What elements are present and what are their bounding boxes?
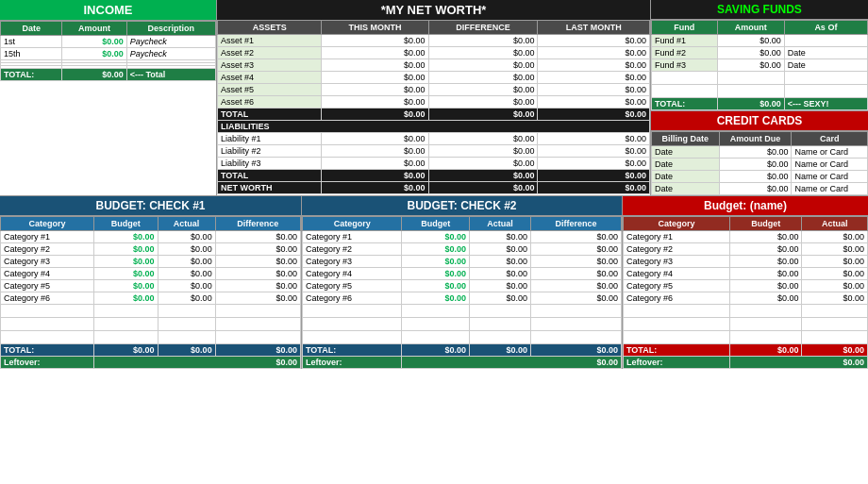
budget-actual: $0.00 (158, 292, 215, 305)
credit-date: Date (652, 183, 720, 195)
budget-total-actual: $0.00 (158, 344, 215, 357)
asset-name: Asset #2 (218, 47, 322, 59)
budget-cat: Category #5 (1, 280, 94, 292)
b1-col-diff: Difference (215, 217, 300, 231)
liabilities-header-cell: LIABILITIES (218, 121, 650, 133)
asset-row: Asset #5 $0.00 $0.00 $0.00 (218, 84, 650, 96)
budget-total-row: TOTAL: $0.00 $0.00 $0.00 (1, 344, 301, 357)
bn-cat: Category #2 (624, 243, 730, 256)
credit-amount: $0.00 (719, 171, 792, 183)
asset-last: $0.00 (538, 96, 650, 108)
bn-leftover-label: Leftover: (624, 357, 730, 369)
budget-cat: Category #6 (303, 292, 402, 305)
budget-cat: Category #1 (1, 231, 94, 243)
asset-last: $0.00 (538, 47, 650, 59)
budget-diff: $0.00 (530, 280, 621, 292)
budget-budget: $0.00 (94, 292, 158, 305)
budgetname-table: Category Budget Actual Category #1 $0.00… (623, 216, 868, 369)
budget-diff: $0.00 (530, 231, 621, 243)
budget-cat: Category #1 (303, 231, 402, 243)
budgetname-title: Budget: (name) (623, 196, 868, 216)
liability-this: $0.00 (322, 145, 428, 158)
income-table: Date Amount Description 1st $0.00 Payche… (0, 21, 216, 81)
credit-col-date: Billing Date (652, 132, 720, 146)
budget-row: Category #6 $0.00 $0.00 $0.00 (303, 292, 622, 305)
asset-this: $0.00 (322, 35, 428, 47)
asset-diff: $0.00 (428, 35, 538, 47)
budget-cat: Category #5 (303, 280, 402, 292)
budget-row: Category #1 $0.00 $0.00 $0.00 (303, 231, 622, 243)
budget-leftover-row: Leftover: $0.00 (1, 357, 301, 369)
bn-leftover-row: Leftover: $0.00 (624, 357, 868, 369)
budgetname-row: Category #1 $0.00 $0.00 (624, 231, 868, 243)
budget-total-label: TOTAL: (303, 344, 402, 357)
b2-col-diff: Difference (530, 217, 621, 231)
asset-row: Asset #6 $0.00 $0.00 $0.00 (218, 96, 650, 108)
budget-actual: $0.00 (158, 243, 215, 256)
bn-total-actual: $0.00 (802, 344, 868, 357)
budget-budget: $0.00 (402, 243, 470, 256)
budget-diff: $0.00 (530, 292, 621, 305)
asset-diff: $0.00 (428, 72, 538, 84)
bn-budget: $0.00 (729, 256, 802, 268)
nw-col-assets: ASSETS (218, 21, 322, 35)
asset-last: $0.00 (538, 35, 650, 47)
income-date: 15th (1, 48, 62, 60)
credit-card: Name or Card (792, 183, 868, 195)
asset-total-diff: $0.00 (428, 108, 538, 121)
saving-total-row: TOTAL: $0.00 <--- SEXY! (652, 98, 868, 110)
networth-title: *MY NET WORTH* (217, 0, 650, 20)
credit-row: Date $0.00 Name or Card (652, 146, 868, 159)
saving-col-asof: As Of (784, 21, 867, 35)
budget-row: Category #3 $0.00 $0.00 $0.00 (1, 256, 301, 268)
credit-row: Date $0.00 Name or Card (652, 159, 868, 171)
saving-total-amount: $0.00 (717, 98, 784, 110)
budget-total-actual: $0.00 (469, 344, 530, 357)
saving-fund: Fund #3 (652, 59, 718, 72)
income-title: INCOME (0, 0, 216, 21)
liability-this: $0.00 (322, 158, 428, 170)
budget-budget: $0.00 (94, 256, 158, 268)
asset-diff: $0.00 (428, 59, 538, 72)
budget-actual: $0.00 (469, 280, 530, 292)
asset-name: Asset #3 (218, 59, 322, 72)
credit-amount: $0.00 (719, 159, 792, 171)
budget-row: Category #5 $0.00 $0.00 $0.00 (303, 280, 622, 292)
asset-total-this: $0.00 (322, 108, 428, 121)
liabilities-header: LIABILITIES (218, 121, 650, 133)
budget-total-diff: $0.00 (530, 344, 621, 357)
networth-panel: *MY NET WORTH* ASSETS THIS MONTH DIFFERE… (217, 0, 651, 195)
liability-total-label: TOTAL (218, 170, 322, 182)
asset-last: $0.00 (538, 59, 650, 72)
saving-panel: SAVING FUNDS Fund Amount As Of Fund #1 $… (651, 0, 868, 195)
budget-actual: $0.00 (158, 231, 215, 243)
saving-amount: $0.00 (717, 35, 784, 47)
budget-row: Category #2 $0.00 $0.00 $0.00 (303, 243, 622, 256)
budget-row: Category #6 $0.00 $0.00 $0.00 (1, 292, 301, 305)
networth-table: ASSETS THIS MONTH DIFFERENCE LAST MONTH … (217, 20, 650, 194)
budget-total-diff: $0.00 (215, 344, 300, 357)
budget-actual: $0.00 (469, 292, 530, 305)
income-desc: Paycheck (126, 48, 215, 60)
liability-last: $0.00 (538, 133, 650, 145)
budget-row: Category #4 $0.00 $0.00 $0.00 (1, 268, 301, 280)
bn-actual: $0.00 (802, 280, 868, 292)
asset-name: Asset #5 (218, 84, 322, 96)
bn-budget: $0.00 (729, 268, 802, 280)
budget-diff: $0.00 (215, 268, 300, 280)
budget-actual: $0.00 (158, 268, 215, 280)
income-total-label: TOTAL: (1, 69, 62, 81)
liability-row: Liability #2 $0.00 $0.00 $0.00 (218, 145, 650, 158)
income-col-desc: Description (126, 22, 215, 36)
budget-cat: Category #2 (1, 243, 94, 256)
budget-actual: $0.00 (158, 280, 215, 292)
budget-leftover-amount: $0.00 (94, 357, 301, 369)
saving-amount: $0.00 (717, 47, 784, 59)
networth-last: $0.00 (538, 182, 650, 194)
budget2-panel: BUDGET: CHECK #2 Category Budget Actual … (302, 196, 623, 369)
liability-total-row: TOTAL $0.00 $0.00 $0.00 (218, 170, 650, 182)
budget-cat: Category #4 (1, 268, 94, 280)
income-row: 15th $0.00 Paycheck (1, 48, 216, 60)
liability-diff: $0.00 (428, 133, 538, 145)
liability-total-diff: $0.00 (428, 170, 538, 182)
